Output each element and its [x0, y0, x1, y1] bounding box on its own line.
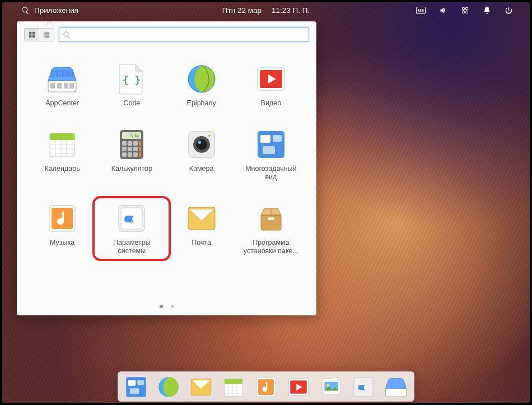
grid-view-button[interactable]	[25, 29, 39, 41]
svg-rect-2	[57, 83, 62, 89]
installer-icon	[254, 202, 288, 235]
mail-icon	[185, 202, 218, 235]
page-indicator[interactable]	[17, 305, 316, 308]
notifications-icon[interactable]	[483, 6, 491, 15]
svg-point-31	[198, 141, 201, 144]
svg-rect-40	[121, 208, 142, 229]
videos-icon	[254, 62, 288, 96]
app-label: Почта	[192, 239, 211, 247]
epiphany-icon	[185, 62, 218, 96]
power-icon[interactable]	[505, 6, 513, 15]
svg-text:3.14: 3.14	[130, 133, 139, 138]
app-camera[interactable]: Камера	[168, 125, 235, 184]
keyboard-layout-indicator[interactable]: us	[416, 7, 426, 14]
applications-popover: AppCenter { } Code Epipha	[17, 21, 316, 315]
app-calendar[interactable]: Календарь	[29, 125, 96, 184]
app-appcenter[interactable]: AppCenter	[29, 60, 96, 110]
top-panel: Приложения Птн 22 мар 11:23 П. П. us	[2, 2, 530, 18]
search-field[interactable]	[59, 27, 309, 42]
app-label: Параметры системы	[113, 239, 151, 255]
svg-rect-26	[133, 152, 138, 157]
dock-videos[interactable]	[286, 375, 311, 399]
svg-point-60	[326, 384, 329, 387]
app-label: Epiphany	[187, 99, 216, 108]
svg-rect-47	[137, 380, 144, 385]
svg-rect-21	[128, 147, 132, 151]
volume-icon[interactable]	[439, 6, 447, 15]
app-label: Code	[123, 99, 140, 108]
svg-rect-1	[50, 83, 55, 89]
svg-rect-48	[130, 388, 139, 394]
dock-appcenter[interactable]	[384, 375, 408, 399]
grid-view-icon	[28, 31, 36, 39]
appcenter-icon	[45, 62, 79, 96]
app-label: Многозадачный вид	[245, 165, 296, 181]
code-icon: { }	[115, 62, 148, 96]
dock-photos[interactable]	[319, 375, 343, 399]
calculator-icon: 3.14	[115, 128, 148, 161]
dock	[118, 371, 414, 402]
app-calculator[interactable]: 3.14 Калькулятор	[98, 125, 165, 184]
svg-point-63	[364, 385, 369, 390]
svg-rect-22	[133, 147, 138, 151]
svg-text:{  }: { }	[123, 74, 141, 86]
svg-rect-46	[128, 380, 136, 385]
svg-rect-5	[52, 69, 73, 77]
svg-rect-23	[139, 147, 141, 151]
svg-rect-19	[139, 141, 141, 146]
search-icon	[63, 31, 71, 39]
search-input[interactable]	[73, 31, 305, 39]
svg-rect-41	[124, 216, 139, 222]
svg-rect-39	[119, 206, 144, 231]
svg-rect-64	[385, 388, 406, 397]
app-label: Календарь	[45, 165, 80, 173]
settings-icon	[115, 202, 148, 235]
dock-mail[interactable]	[189, 375, 213, 399]
svg-rect-34	[260, 135, 270, 143]
dock-multitask[interactable]	[124, 375, 148, 399]
svg-rect-35	[273, 135, 282, 142]
music-icon	[45, 202, 79, 235]
app-label: Камера	[189, 165, 214, 173]
app-mail[interactable]: Почта	[168, 199, 235, 258]
svg-rect-18	[133, 141, 138, 146]
view-switcher	[24, 28, 54, 41]
app-settings[interactable]: Параметры системы	[98, 199, 165, 258]
app-installer[interactable]: Программа установки паке...	[237, 199, 305, 258]
app-epiphany[interactable]: Epiphany	[168, 60, 235, 110]
svg-rect-17	[128, 141, 132, 146]
dock-epiphany[interactable]	[156, 375, 181, 399]
dock-music[interactable]	[254, 375, 278, 399]
network-icon[interactable]	[461, 6, 469, 15]
dock-calendar[interactable]	[221, 375, 246, 399]
svg-point-30	[196, 139, 207, 150]
application-grid: AppCenter { } Code Epipha	[17, 48, 316, 258]
svg-point-42	[132, 216, 139, 222]
svg-rect-16	[122, 141, 127, 146]
app-videos[interactable]: Видео	[237, 60, 305, 110]
svg-rect-4	[69, 83, 74, 89]
page-dot[interactable]	[171, 305, 174, 308]
svg-point-32	[208, 134, 211, 137]
list-view-button[interactable]	[39, 29, 54, 41]
svg-rect-20	[122, 147, 127, 151]
page-dot[interactable]	[160, 305, 163, 308]
app-music[interactable]: Музыка	[29, 199, 96, 258]
app-label: Программа установки паке...	[244, 239, 298, 255]
app-code[interactable]: { } Code	[98, 60, 165, 110]
svg-rect-52	[225, 379, 242, 384]
search-icon	[21, 6, 30, 15]
svg-rect-24	[122, 152, 127, 157]
applications-menu-button[interactable]: Приложения	[34, 6, 78, 15]
app-label: Калькулятор	[111, 165, 152, 173]
svg-rect-25	[128, 152, 132, 157]
app-multitask[interactable]: Многозадачный вид	[237, 125, 305, 184]
panel-time[interactable]: 11:23 П. П.	[272, 6, 310, 15]
camera-icon	[185, 128, 218, 161]
panel-date[interactable]: Птн 22 мар	[222, 6, 262, 15]
multitask-icon	[254, 128, 288, 161]
app-label: Музыка	[50, 239, 74, 247]
dock-settings[interactable]	[351, 375, 376, 399]
calendar-icon	[45, 128, 79, 161]
app-label: AppCenter	[45, 99, 79, 108]
